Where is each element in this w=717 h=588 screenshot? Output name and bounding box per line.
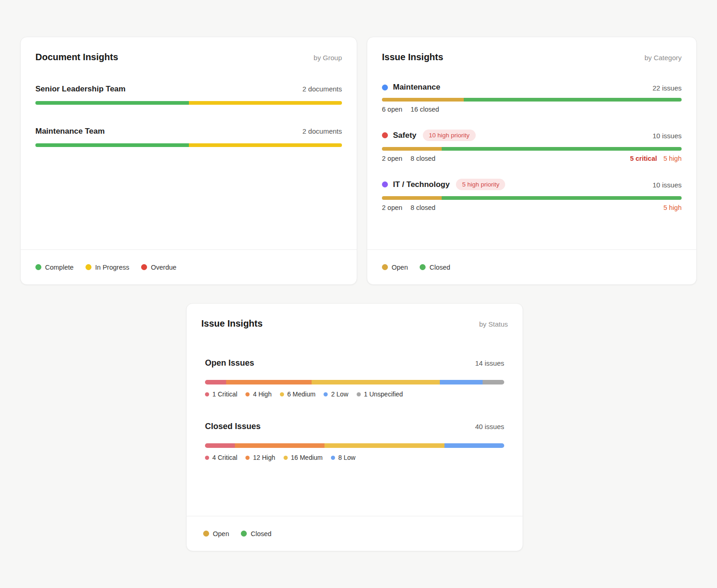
category-dot-icon [382,181,388,187]
low-dot-icon [324,392,328,396]
closed-issues-section: Closed Issues 40 issues 4 Critical 12 Hi… [205,422,504,461]
closed-dot-icon [420,264,426,270]
legend-label: Complete [45,264,74,271]
open-dot-icon [382,264,388,270]
legend-item-medium: 16 Medium [284,454,323,461]
card-title: Document Insights [35,52,118,62]
card-footer-legend: Complete In Progress Overdue [21,249,357,284]
legend-item-complete: Complete [35,264,74,271]
category-row-it-technology: IT / Technology 5 high priority 10 issue… [382,179,682,211]
issue-count: 14 issues [475,359,504,367]
in-progress-dot-icon [85,264,91,270]
high-count: 5 high [663,155,682,162]
group-name: Senior Leadership Team [35,85,125,94]
overdue-dot-icon [141,264,147,270]
card-title: Issue Insights [201,318,262,329]
issue-progress-bar [382,98,682,102]
document-progress-bar [35,143,342,147]
critical-dot-icon [205,456,209,460]
medium-dot-icon [284,456,288,460]
category-row-safety: Safety 10 high priority 10 issues 2 open… [382,130,682,162]
high-count: 5 high [663,204,682,211]
high-dot-icon [245,392,250,396]
category-name: Safety [393,131,416,140]
card-subtitle: by Group [313,54,342,62]
category-dot-icon [382,132,388,138]
card-footer-legend: Open Closed [367,249,696,284]
document-group-row: Maintenance Team 2 documents [35,127,342,147]
card-body: Senior Leadership Team 2 documents Maint… [21,62,357,249]
legend-item-open: Open [203,530,229,537]
critical-count: 5 critical [630,155,657,162]
legend-item-medium: 6 Medium [280,390,315,398]
unspecified-dot-icon [357,392,361,396]
closed-count: 8 closed [410,204,435,211]
card-header: Issue Insights by Status [187,304,523,329]
legend-item-critical: 4 Critical [205,454,237,461]
legend-item-open: Open [382,264,408,271]
card-title: Issue Insights [382,52,443,62]
category-name: IT / Technology [393,180,450,189]
legend-label: Open [213,530,229,537]
legend-item-high: 12 High [245,454,275,461]
card-header: Issue Insights by Category [367,37,696,62]
open-count: 2 open [382,204,402,211]
legend-item-critical: 1 Critical [205,390,237,398]
legend-item-unspecified: 1 Unspecified [357,390,403,398]
medium-dot-icon [280,392,284,396]
card-body: Open Issues 14 issues 1 Critical 4 High … [187,329,523,516]
high-priority-badge: 5 high priority [456,179,505,190]
document-insights-card: Document Insights by Group Senior Leader… [20,37,357,285]
legend-item-high: 4 High [245,390,271,398]
closed-count: 8 closed [410,155,435,162]
low-dot-icon [331,456,335,460]
legend-item-low: 2 Low [324,390,348,398]
legend-label: In Progress [95,264,129,271]
card-header: Document Insights by Group [21,37,357,62]
closed-dot-icon [241,531,247,537]
document-count: 2 documents [302,85,342,93]
legend-label: Closed [429,264,450,271]
document-count: 2 documents [302,127,342,135]
severity-stacked-bar [205,443,504,448]
document-group-row: Senior Leadership Team 2 documents [35,85,342,105]
issue-count: 22 issues [653,84,682,92]
legend-item-overdue: Overdue [141,264,176,271]
issue-count: 10 issues [653,132,682,140]
issue-count: 40 issues [475,423,504,430]
issue-count: 10 issues [653,181,682,189]
issue-progress-bar [382,147,682,151]
high-priority-badge: 10 high priority [423,130,476,141]
group-name: Maintenance Team [35,127,105,136]
legend-label: Closed [250,530,271,537]
section-label: Closed Issues [205,422,261,431]
card-subtitle: by Category [644,54,682,62]
category-name: Maintenance [393,83,440,92]
issue-insights-status-card: Issue Insights by Status Open Issues 14 … [186,303,523,551]
document-progress-bar [35,101,342,105]
section-label: Open Issues [205,358,254,368]
severity-stacked-bar [205,380,504,384]
high-dot-icon [245,456,250,460]
legend-item-low: 8 Low [331,454,355,461]
open-dot-icon [203,531,209,537]
open-count: 2 open [382,155,402,162]
legend-item-closed: Closed [420,264,450,271]
legend-label: Open [392,264,408,271]
card-body: Maintenance 22 issues 6 open 16 closed S… [367,62,696,249]
critical-dot-icon [205,392,209,396]
card-footer-legend: Open Closed [187,516,523,551]
category-dot-icon [382,85,388,90]
legend-item-closed: Closed [241,530,271,537]
issue-progress-bar [382,196,682,200]
open-count: 6 open [382,106,402,113]
category-row-maintenance: Maintenance 22 issues 6 open 16 closed [382,83,682,113]
closed-count: 16 closed [410,106,439,113]
open-issues-section: Open Issues 14 issues 1 Critical 4 High … [205,358,504,398]
complete-dot-icon [35,264,41,270]
legend-item-in-progress: In Progress [85,264,129,271]
legend-label: Overdue [151,264,176,271]
issue-insights-category-card: Issue Insights by Category Maintenance 2… [367,37,697,285]
card-subtitle: by Status [479,320,508,328]
